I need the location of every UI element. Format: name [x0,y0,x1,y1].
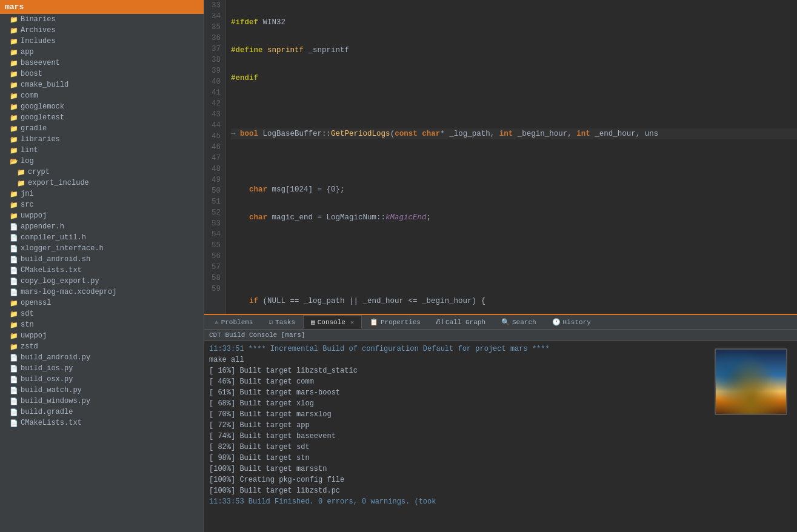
sidebar-item-cmakelists[interactable]: 📄 CMakeLists.txt [0,265,204,276]
callgraph-icon: ⛙ [436,318,443,326]
sidebar-item-archives[interactable]: 📁 Archives [0,25,204,36]
sidebar-header: mars [0,0,204,14]
folder-icon: 📁 [10,201,18,209]
code-content: #ifdef WIN32 #define snprintf _snprintf … [226,0,797,314]
sidebar-item-uwppoj2[interactable]: 📁 uwppoj [0,330,204,341]
console-line: [100%] Built target libzstd.pc [209,485,710,496]
tab-callgraph[interactable]: ⛙ Call Graph [429,315,493,329]
tab-label: Tasks [275,319,295,326]
console-line: [ 74%] Built target baseevent [209,431,710,442]
tab-search[interactable]: 🔍 Search [493,315,544,329]
sidebar-item-label: compiler_util.h [21,233,86,242]
code-editor[interactable]: 33 34 35 36 37 38 39 40 41 42 43 44 45 4… [204,0,797,314]
sidebar-item-sdt[interactable]: 📁 sdt [0,308,204,319]
sidebar-item-build-osx-py[interactable]: 📄 build_osx.py [0,374,204,385]
tasks-icon: ☑ [268,318,273,326]
sidebar-item-zstd[interactable]: 📁 zstd [0,341,204,352]
tab-label: Console [318,319,345,326]
file-icon: 📄 [10,256,18,264]
sidebar-item-label: stn [21,321,34,329]
sidebar-item-crypt[interactable]: 📁 crypt [0,167,204,178]
sidebar-item-lint[interactable]: 📁 lint [0,145,204,156]
tab-history[interactable]: 🕐 History [544,315,599,329]
file-icon: 📄 [10,397,18,405]
sidebar-item-googlemock[interactable]: 📁 googlemock [0,101,204,112]
sidebar-item-cmakelists2[interactable]: 📄 CMakeLists.txt [0,417,204,428]
sidebar-item-includes[interactable]: 📁 Includes [0,36,204,47]
sidebar-item-label: mars-log-mac.xcodeproj [21,288,116,296]
sidebar-item-build-gradle[interactable]: 📄 build.gradle [0,407,204,417]
folder-icon: 📁 [10,81,18,89]
sidebar-item-label: Binaries [21,15,56,24]
sidebar-item-log[interactable]: 📂 log [0,156,204,167]
console-line: make all [209,354,710,365]
sidebar-item-build-watch-py[interactable]: 📄 build_watch.py [0,385,204,396]
sidebar-item-libraries[interactable]: 📁 libraries [0,134,204,145]
file-icon: 📄 [10,267,18,274]
file-icon: 📄 [10,419,18,427]
folder-icon: 📁 [10,70,18,78]
thumbnail-image [716,350,786,414]
sidebar-item-label: build_osx.py [21,375,73,384]
tab-console[interactable]: ▤ Console ✕ [303,315,362,329]
console-line: [ 68%] Built target xlog [209,398,710,409]
sidebar-item-stn[interactable]: 📁 stn [0,319,204,330]
sidebar-item-openssl[interactable]: 📁 openssl [0,298,204,308]
sidebar-item-mars-log-mac[interactable]: 📄 mars-log-mac.xcodeproj [0,287,204,298]
folder-icon: 📁 [10,147,18,155]
sidebar-item-label: build_android.sh [21,255,90,264]
folder-icon: 📁 [10,59,18,67]
sidebar-item-uwppoj[interactable]: 📁 uwppoj [0,210,204,221]
sidebar-item-label: build_watch.py [21,386,82,394]
folder-icon: 📁 [10,27,18,35]
sidebar-item-appender[interactable]: 📄 appender.h [0,221,204,232]
console-header: CDT Build Console [mars] [204,330,797,341]
console-line-finish: 11:33:53 Build Finished. 0 errors, 0 war… [209,496,710,507]
file-icon: 📄 [10,223,18,231]
file-icon: 📄 [10,288,18,296]
sidebar-item-gradle[interactable]: 📁 gradle [0,123,204,134]
tab-label: Search [512,319,536,326]
sidebar-item-label: gradle [21,124,47,133]
close-icon[interactable]: ✕ [350,319,354,326]
sidebar-item-boost[interactable]: 📁 boost [0,68,204,79]
tab-properties[interactable]: 📋 Properties [362,315,429,329]
sidebar-item-baseevent[interactable]: 📁 baseevent [0,58,204,68]
sidebar-item-build-android-sh[interactable]: 📄 build_android.sh [0,254,204,265]
sidebar-item-label: boost [21,70,42,78]
properties-icon: 📋 [370,318,378,326]
main-area: 33 34 35 36 37 38 39 40 41 42 43 44 45 4… [204,0,797,532]
tab-label: Call Graph [445,319,485,326]
sidebar-item-cmake-build[interactable]: 📁 cmake_build [0,79,204,90]
console-line: [ 82%] Built target sdt [209,442,710,453]
sidebar-item-jni[interactable]: 📁 jni [0,188,204,199]
file-icon: 📄 [10,365,18,373]
sidebar-item-export-include[interactable]: 📁 export_include [0,178,204,188]
folder-icon: 📁 [10,136,18,144]
console-line: [ 98%] Built target stn [209,453,710,464]
file-icon: 📄 [10,245,18,253]
sidebar-item-app[interactable]: 📁 app [0,47,204,58]
sidebar-item-src[interactable]: 📁 src [0,199,204,210]
sidebar-item-copy-log-export[interactable]: 📄 copy_log_export.py [0,276,204,287]
folder-icon: 📁 [10,310,18,318]
sidebar-item-build-ios-py[interactable]: 📄 build_ios.py [0,363,204,374]
console-thumbnail [715,348,787,415]
file-icon: 📄 [10,376,18,384]
tab-problems[interactable]: ⚠ Problems [207,315,261,329]
console-content[interactable]: 11:33:51 **** Incremental Build of confi… [204,341,797,532]
sidebar-item-compiler-util[interactable]: 📄 compiler_util.h [0,232,204,243]
console-line: [ 70%] Built target marsxlog [209,409,710,420]
sidebar-item-build-windows-py[interactable]: 📄 build_windows.py [0,396,204,407]
sidebar-item-comm[interactable]: 📁 comm [0,90,204,101]
sidebar-item-label: zstd [21,342,38,351]
sidebar-item-build-android-py[interactable]: 📄 build_android.py [0,352,204,363]
search-icon: 🔍 [501,318,510,326]
sidebar: mars 📁 Binaries 📁 Archives 📁 Includes 📁 … [0,0,204,532]
sidebar-item-label: jni [21,190,34,198]
sidebar-item-label: Includes [21,37,56,45]
sidebar-item-xlogger-interface[interactable]: 📄 xlogger_interface.h [0,243,204,254]
tab-tasks[interactable]: ☑ Tasks [261,315,303,329]
sidebar-item-googletest[interactable]: 📁 googletest [0,112,204,123]
sidebar-item-binaries[interactable]: 📁 Binaries [0,14,204,25]
